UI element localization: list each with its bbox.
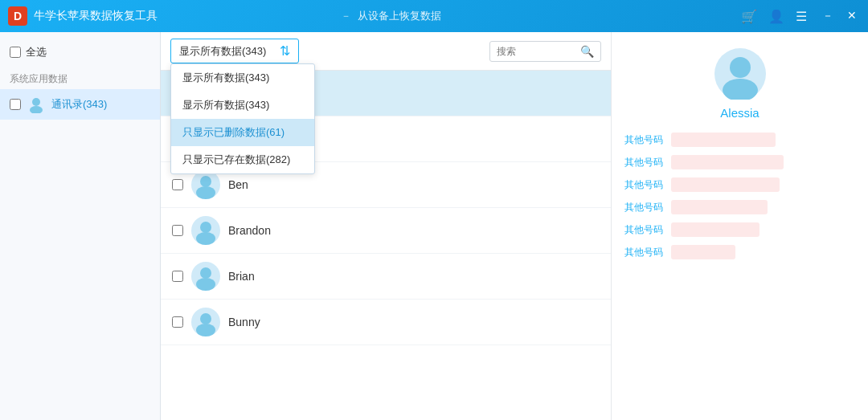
row-checkbox[interactable] — [172, 316, 183, 328]
select-all-label: 全选 — [26, 45, 47, 59]
filter-option-deleted[interactable]: 只显示已删除数据(61) — [171, 119, 314, 146]
field-value — [671, 200, 768, 214]
svg-point-9 — [200, 176, 211, 187]
field-value — [671, 177, 780, 192]
title-bar: D 牛学长苹果数据恢复工具 － 从设备上恢复数据 🛒 👤 ☰ － ✕ — [0, 0, 868, 32]
detail-field: 其他号码 — [624, 133, 855, 147]
contact-name: Bunny — [228, 316, 260, 328]
detail-field: 其他号码 — [624, 155, 855, 169]
table-row[interactable]: Bunny — [161, 300, 611, 345]
detail-panel: Alessia 其他号码 其他号码 其他号码 其他号码 其他号码 — [611, 32, 868, 420]
filter-select-button[interactable]: 显示所有数据(343) ⇅ — [170, 39, 299, 63]
title-separator: － — [341, 9, 351, 23]
minimize-button[interactable]: － — [820, 9, 836, 23]
contacts-icon — [27, 96, 45, 113]
select-all-checkbox[interactable] — [10, 47, 21, 58]
user-icon[interactable]: 👤 — [768, 9, 784, 24]
contact-name: Ben — [228, 178, 248, 191]
toolbar: 显示所有数据(343) ⇅ 显示所有数据(343) 显示所有数据(343) 只显… — [161, 32, 611, 71]
select-all-row[interactable]: 全选 — [0, 39, 160, 66]
field-value — [671, 155, 784, 169]
svg-point-13 — [196, 232, 215, 245]
detail-field: 其他号码 — [624, 177, 855, 192]
svg-point-1 — [30, 106, 43, 113]
filter-selected-label: 显示所有数据(343) — [179, 44, 266, 59]
table-row[interactable]: Brandon — [161, 208, 611, 254]
svg-point-15 — [200, 267, 211, 279]
detail-avatar — [714, 48, 766, 100]
filter-option-all2[interactable]: 显示所有数据(343) — [171, 92, 314, 119]
field-value — [671, 245, 735, 259]
menu-icon[interactable]: ☰ — [796, 9, 807, 24]
row-checkbox[interactable] — [172, 271, 183, 282]
svg-point-18 — [200, 313, 211, 324]
app-title: 牛学长苹果数据恢复工具 — [34, 9, 334, 23]
row-checkbox[interactable] — [172, 179, 183, 190]
window-controls: － ✕ — [820, 9, 860, 23]
field-label: 其他号码 — [624, 246, 663, 259]
field-label: 其他号码 — [624, 201, 663, 214]
avatar — [191, 308, 220, 336]
content-area: 显示所有数据(343) ⇅ 显示所有数据(343) 显示所有数据(343) 只显… — [161, 32, 611, 420]
contacts-label: 通讯录(343) — [51, 97, 107, 112]
filter-dropdown-menu: 显示所有数据(343) 显示所有数据(343) 只显示已删除数据(61) 只显示… — [170, 63, 315, 174]
filter-option-all[interactable]: 显示所有数据(343) — [171, 64, 314, 92]
search-icon[interactable]: 🔍 — [580, 45, 594, 58]
field-label: 其他号码 — [624, 178, 663, 192]
field-label: 其他号码 — [624, 156, 663, 169]
contact-name: Brandon — [228, 224, 271, 237]
sidebar: 全选 系统应用数据 通讯录(343) — [0, 32, 161, 420]
svg-point-0 — [32, 98, 40, 106]
avatar — [191, 170, 220, 199]
app-subtitle: 从设备上恢复数据 — [358, 9, 441, 23]
detail-contact-name: Alessia — [720, 106, 759, 120]
detail-avatar-area: Alessia — [624, 48, 855, 120]
svg-point-21 — [730, 57, 751, 78]
svg-point-19 — [196, 324, 215, 336]
contacts-checkbox[interactable] — [10, 99, 21, 110]
field-label: 其他号码 — [624, 133, 663, 147]
dropdown-arrow-icon: ⇅ — [280, 43, 290, 59]
field-value — [671, 133, 776, 147]
contact-name: Brian — [228, 270, 255, 283]
avatar — [191, 262, 220, 291]
filter-dropdown[interactable]: 显示所有数据(343) ⇅ 显示所有数据(343) 显示所有数据(343) 只显… — [170, 39, 299, 63]
svg-point-16 — [196, 278, 215, 291]
field-label: 其他号码 — [624, 223, 663, 237]
search-input[interactable] — [497, 46, 577, 57]
close-button[interactable]: ✕ — [844, 9, 860, 23]
detail-field: 其他号码 — [624, 245, 855, 259]
field-value — [671, 222, 760, 237]
search-box[interactable]: 🔍 — [489, 41, 601, 62]
title-bar-icons: 🛒 👤 ☰ — [741, 9, 807, 24]
detail-field: 其他号码 — [624, 200, 855, 214]
detail-fields: 其他号码 其他号码 其他号码 其他号码 其他号码 其他号码 — [624, 133, 855, 259]
table-row[interactable]: Brian — [161, 254, 611, 300]
app-logo: D — [8, 6, 27, 26]
row-checkbox[interactable] — [172, 225, 183, 236]
cart-icon[interactable]: 🛒 — [741, 9, 757, 24]
svg-point-12 — [200, 222, 211, 233]
detail-field: 其他号码 — [624, 222, 855, 237]
filter-option-existing[interactable]: 只显示已存在数据(282) — [171, 146, 314, 173]
avatar — [191, 216, 220, 245]
sidebar-item-contacts[interactable]: 通讯录(343) — [0, 89, 160, 120]
svg-point-10 — [196, 186, 215, 199]
section-title: 系统应用数据 — [0, 66, 160, 89]
main-container: 全选 系统应用数据 通讯录(343) 显示所有数据(343) ⇅ 显示所有数据(… — [0, 32, 868, 420]
